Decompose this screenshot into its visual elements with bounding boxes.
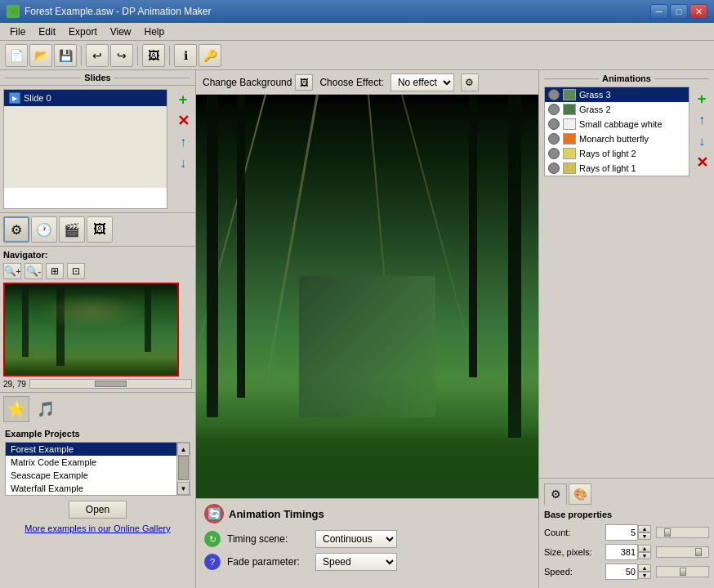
anim-item-small-cabbage[interactable]: Small cabbage white xyxy=(545,117,689,131)
example-item-waterfall[interactable]: Waterfall Example xyxy=(6,482,176,495)
toolbar-sep-3 xyxy=(169,46,170,65)
effect-select[interactable]: No effect xyxy=(390,74,454,91)
undo-button[interactable]: ↩ xyxy=(86,44,109,67)
nav-scrollbar[interactable] xyxy=(29,379,192,389)
timing-scene-row: ↻ Timing scene: Continuous Once Loop xyxy=(204,530,530,548)
minimize-button[interactable]: ─ xyxy=(650,4,668,19)
tab-animation[interactable]: 🎬 xyxy=(59,216,85,243)
fade-parameter-row: ? Fade parameter: Speed Time xyxy=(204,553,530,571)
speed-up-arrow[interactable]: ▲ xyxy=(638,564,651,572)
navigator-preview[interactable] xyxy=(3,283,179,376)
scroll-down-btn[interactable]: ▼ xyxy=(177,482,190,495)
speed-input[interactable] xyxy=(605,564,638,580)
anim-label-grass2: Grass 2 xyxy=(579,105,611,114)
new-button[interactable]: 📄 xyxy=(5,44,28,67)
speed-slider-thumb[interactable] xyxy=(680,568,686,576)
size-slider-thumb[interactable] xyxy=(695,548,702,556)
base-props-tabs: ⚙ 🎨 xyxy=(544,483,709,505)
change-background-button[interactable]: Change Background 🖼 xyxy=(203,74,313,91)
key-button[interactable]: 🔑 xyxy=(199,44,221,67)
example-item-forest[interactable]: Forest Example xyxy=(6,443,176,456)
tab-icons-bar: ⚙ 🕐 🎬 🖼 xyxy=(0,212,195,247)
example-scrollbar[interactable]: ▲ ▼ xyxy=(176,443,190,495)
redo-button[interactable]: ↪ xyxy=(110,44,133,67)
menu-edit[interactable]: Edit xyxy=(32,24,62,39)
remove-slide-button[interactable]: ✕ xyxy=(174,112,192,130)
menu-help[interactable]: Help xyxy=(138,24,172,39)
export-button[interactable]: 🖼 xyxy=(142,44,165,67)
anim-item-grass2[interactable]: Grass 2 xyxy=(545,102,689,117)
anim-down-button[interactable]: ↓ xyxy=(693,132,711,150)
anim-item-grass3[interactable]: Grass 3 xyxy=(545,87,689,102)
anim-up-button[interactable]: ↑ xyxy=(693,111,711,129)
slides-list[interactable]: ▶ Slide 0 xyxy=(3,89,167,209)
remove-animation-button[interactable]: ✕ xyxy=(693,154,711,172)
fit-button[interactable]: ⊞ xyxy=(46,263,64,279)
count-label: Count: xyxy=(544,528,605,537)
save-button[interactable]: 💾 xyxy=(54,44,77,67)
tab-properties[interactable]: ⚙ xyxy=(3,216,29,243)
slide-item-0[interactable]: ▶ Slide 0 xyxy=(4,90,167,106)
anim-eye-monarch[interactable] xyxy=(548,133,560,145)
anim-eye-rays1[interactable] xyxy=(548,163,560,174)
tab-music[interactable]: 🎵 xyxy=(33,396,59,422)
anim-item-monarch[interactable]: Monarch butterfly xyxy=(545,131,689,146)
size-up-arrow[interactable]: ▲ xyxy=(638,545,651,552)
tab-star[interactable]: ⭐ xyxy=(3,396,29,422)
zoom-in-button[interactable]: 🔍+ xyxy=(3,263,21,279)
speed-slider[interactable] xyxy=(656,566,709,577)
count-up-arrow[interactable]: ▲ xyxy=(638,525,651,532)
menu-export[interactable]: Export xyxy=(62,24,104,39)
menu-file[interactable]: File xyxy=(3,24,32,39)
open-file-button[interactable]: 📂 xyxy=(29,44,52,67)
anim-eye-grass2[interactable] xyxy=(548,104,560,115)
zoom-out-button[interactable]: 🔍- xyxy=(25,263,42,279)
menu-view[interactable]: View xyxy=(104,24,138,39)
size-input[interactable] xyxy=(605,544,638,560)
scroll-thumb[interactable] xyxy=(178,456,189,480)
size-spinbox: ▲ ▼ xyxy=(605,544,651,560)
info-button[interactable]: ℹ xyxy=(174,44,197,67)
example-item-seascape[interactable]: Seascape Example xyxy=(6,469,176,482)
add-animation-button[interactable]: + xyxy=(693,90,711,108)
header-line-left xyxy=(5,78,81,78)
example-list[interactable]: Forest Example Matrix Code Example Seasc… xyxy=(6,443,176,495)
anim-item-rays1[interactable]: Rays of light 1 xyxy=(545,161,689,176)
nav-scrollthumb[interactable] xyxy=(95,381,127,387)
example-item-matrix[interactable]: Matrix Code Example xyxy=(6,456,176,469)
animations-header: Animations xyxy=(539,70,714,87)
count-slider-thumb[interactable] xyxy=(664,528,671,537)
effect-settings-button[interactable]: ⚙ xyxy=(461,74,479,91)
anim-eye-small-cabbage[interactable] xyxy=(548,118,560,130)
move-down-button[interactable]: ↓ xyxy=(174,154,192,172)
tab-timer[interactable]: 🕐 xyxy=(31,216,57,243)
anim-thumb-rays1 xyxy=(563,163,576,174)
maximize-button[interactable]: □ xyxy=(670,4,688,19)
speed-row: Speed: ▲ ▼ xyxy=(544,564,709,580)
prop-tab-palette[interactable]: 🎨 xyxy=(569,483,591,505)
window-controls: ─ □ ✕ xyxy=(650,4,707,19)
anim-eye-rays2[interactable] xyxy=(548,148,560,159)
scroll-up-btn[interactable]: ▲ xyxy=(177,443,190,456)
nav-image xyxy=(5,284,177,375)
anim-item-rays2[interactable]: Rays of light 2 xyxy=(545,146,689,161)
navigator-controls: 🔍+ 🔍- ⊞ ⊡ xyxy=(3,263,192,279)
size-slider[interactable] xyxy=(656,546,709,558)
prop-tab-settings[interactable]: ⚙ xyxy=(544,483,567,505)
tab-image[interactable]: 🖼 xyxy=(87,216,113,243)
move-up-button[interactable]: ↑ xyxy=(174,133,192,151)
count-down-arrow[interactable]: ▼ xyxy=(638,532,651,540)
actual-size-button[interactable]: ⊡ xyxy=(67,263,85,279)
anim-eye-grass3[interactable] xyxy=(548,89,560,100)
add-slide-button[interactable]: + xyxy=(174,91,192,109)
close-button[interactable]: ✕ xyxy=(689,4,707,19)
size-down-arrow[interactable]: ▼ xyxy=(638,552,651,559)
example-projects-title: Example Projects xyxy=(5,429,190,439)
count-slider[interactable] xyxy=(656,527,709,538)
count-input[interactable] xyxy=(605,524,638,541)
gallery-link[interactable]: More examples in our Online Gallery xyxy=(5,523,190,533)
speed-down-arrow[interactable]: ▼ xyxy=(638,572,651,579)
timing-scene-select[interactable]: Continuous Once Loop xyxy=(315,530,397,548)
open-button[interactable]: Open xyxy=(69,501,127,519)
fade-parameter-select[interactable]: Speed Time xyxy=(315,553,397,571)
